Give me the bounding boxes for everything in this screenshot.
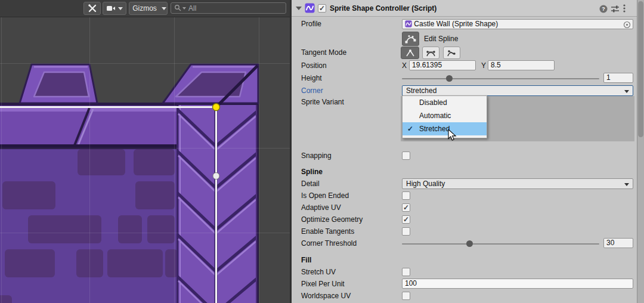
- camera-icon: [107, 5, 116, 12]
- tools-icon: [88, 4, 97, 13]
- position-row: Position X 19.61395 Y 8.5: [292, 61, 637, 72]
- checkmark-icon: ✓: [407, 122, 413, 135]
- chevron-down-icon: [162, 7, 166, 10]
- worldspace-uv-checkbox[interactable]: [402, 292, 410, 300]
- profile-label: Profile: [301, 20, 321, 28]
- scene-canvas[interactable]: [0, 17, 290, 303]
- sprite-shape-icon: [305, 3, 315, 13]
- edit-spline-button[interactable]: [402, 32, 419, 46]
- tangent-broken-button[interactable]: [443, 47, 460, 59]
- position-y-axis-label: Y: [481, 61, 486, 70]
- optimize-geometry-row: Optimize Geometry ✓: [292, 215, 637, 226]
- spline-control-point[interactable]: [213, 173, 219, 180]
- position-label: Position: [301, 61, 327, 70]
- gizmos-label: Gizmos: [132, 4, 157, 13]
- gizmos-dropdown-button[interactable]: Gizmos: [129, 2, 168, 15]
- pixel-per-unit-row: Pixel Per Unit 100: [292, 280, 637, 290]
- worldspace-uv-label: Worldspace UV: [301, 292, 351, 300]
- popup-item-stretched[interactable]: ✓ Stretched: [402, 122, 487, 135]
- pixel-per-unit-field[interactable]: 100: [402, 279, 633, 289]
- edit-spline-label: Edit Spline: [424, 35, 458, 43]
- edit-spline-row: Edit Spline: [292, 32, 637, 46]
- profile-object-field[interactable]: Castle Wall (Sprite Shape): [402, 19, 633, 29]
- sprite-shape-asset-icon: [405, 20, 412, 27]
- corner-label: Corner: [301, 86, 323, 95]
- snapping-checkbox[interactable]: [402, 152, 410, 160]
- component-header[interactable]: ✓ Sprite Shape Controller (Script) ?: [292, 0, 637, 17]
- scrollbar-thumb[interactable]: [638, 1, 643, 137]
- is-open-ended-label: Is Open Ended: [301, 191, 349, 200]
- tangent-mode-row: Tangent Mode: [292, 47, 637, 59]
- snapping-row: Snapping: [292, 152, 637, 162]
- position-y-field[interactable]: 8.5: [488, 60, 555, 70]
- height-slider[interactable]: [402, 78, 599, 79]
- svg-text:?: ?: [602, 6, 605, 12]
- corner-dropdown-popup: Disabled Automatic ✓ Stretched: [402, 95, 487, 138]
- checkmark: ✓: [319, 4, 325, 13]
- spline-section-header: Spline: [292, 168, 637, 178]
- is-open-ended-checkbox[interactable]: [402, 191, 410, 200]
- worldspace-uv-row: Worldspace UV: [292, 292, 637, 302]
- mouse-cursor: [448, 129, 457, 144]
- height-slider-handle[interactable]: [446, 75, 453, 82]
- pixel-per-unit-label: Pixel Per Unit: [301, 280, 345, 288]
- is-open-ended-row: Is Open Ended: [292, 191, 637, 202]
- adaptive-uv-checkbox[interactable]: ✓: [402, 203, 410, 212]
- detail-dropdown[interactable]: High Quality: [402, 178, 633, 189]
- popup-item-automatic[interactable]: Automatic: [402, 109, 487, 122]
- enable-tangents-label: Enable Tangents: [301, 227, 354, 236]
- edit-spline-icon: [405, 35, 416, 44]
- stretch-uv-label: Stretch UV: [301, 268, 336, 276]
- corner-dropdown[interactable]: Stretched: [402, 85, 633, 96]
- stretch-uv-row: Stretch UV: [292, 268, 637, 279]
- scene-search-field[interactable]: All: [171, 2, 286, 14]
- camera-visibility-button[interactable]: [103, 2, 126, 15]
- tools-button[interactable]: [83, 2, 101, 15]
- spline-control-point-selected[interactable]: [213, 104, 220, 111]
- adaptive-uv-label: Adaptive UV: [301, 203, 341, 212]
- corner-threshold-row: Corner Threshold 30: [292, 239, 637, 250]
- presets-icon[interactable]: [611, 5, 619, 14]
- detail-row: Detail High Quality: [292, 180, 637, 190]
- chevron-down-icon: [118, 7, 123, 10]
- corner-threshold-value-field[interactable]: 30: [603, 238, 633, 248]
- optimize-geometry-checkbox[interactable]: ✓: [402, 215, 410, 224]
- popup-item-disabled[interactable]: Disabled: [402, 96, 487, 109]
- search-filter-caret-icon: [182, 7, 186, 10]
- wall-corner-strip: [177, 105, 258, 303]
- inspector-scrollbar[interactable]: [637, 0, 644, 303]
- position-x-field[interactable]: 19.61395: [409, 60, 476, 70]
- foldout-arrow-icon[interactable]: [296, 7, 302, 10]
- stretch-uv-checkbox[interactable]: [402, 268, 410, 276]
- height-label: Height: [301, 74, 322, 82]
- position-x-axis-label: X: [402, 61, 407, 70]
- chevron-down-icon: [624, 183, 629, 186]
- sprite-variant-label: Sprite Variant: [301, 98, 344, 106]
- detail-label: Detail: [301, 180, 320, 188]
- optimize-geometry-label: Optimize Geometry: [301, 215, 363, 224]
- profile-value: Castle Wall (Sprite Shape): [414, 20, 498, 28]
- spline-section-title: Spline: [301, 168, 323, 176]
- help-icon[interactable]: ?: [599, 5, 608, 15]
- corner-threshold-slider-handle[interactable]: [466, 240, 473, 247]
- tangent-continuous-button[interactable]: [422, 47, 439, 59]
- component-title: Sprite Shape Controller (Script): [330, 4, 436, 13]
- tangent-continuous-icon: [426, 50, 436, 57]
- object-picker-icon[interactable]: [623, 21, 631, 29]
- corner-threshold-label: Corner Threshold: [301, 239, 357, 248]
- fill-section-title: Fill: [301, 256, 311, 264]
- enable-tangents-checkbox[interactable]: [402, 227, 410, 236]
- height-value-field[interactable]: 1: [603, 73, 633, 83]
- scene-view[interactable]: Gizmos All: [0, 0, 290, 303]
- merlon-left: [20, 64, 97, 103]
- snapping-label: Snapping: [301, 152, 332, 160]
- component-enabled-checkbox[interactable]: ✓: [318, 4, 326, 13]
- fill-section-header: Fill: [292, 256, 637, 267]
- tangent-linear-icon: [405, 49, 415, 57]
- search-icon: [174, 4, 182, 12]
- tangent-mode-label: Tangent Mode: [301, 48, 346, 57]
- inspector-panel: ✓ Sprite Shape Controller (Script) ? Pro…: [292, 0, 637, 303]
- tangent-linear-button[interactable]: [401, 47, 419, 59]
- kebab-menu-icon[interactable]: [623, 4, 626, 14]
- corner-threshold-slider[interactable]: [402, 243, 599, 245]
